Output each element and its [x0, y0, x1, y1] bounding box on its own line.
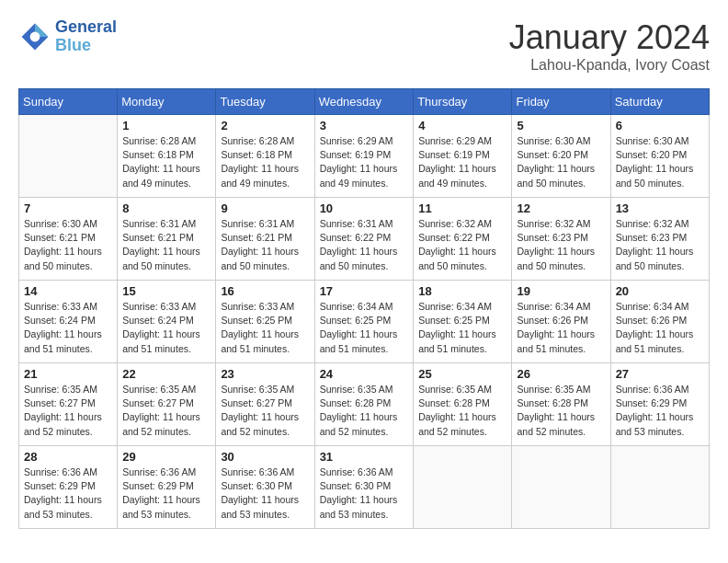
day-number: 10	[320, 201, 409, 215]
day-number: 22	[122, 367, 210, 381]
day-info: Sunrise: 6:34 AMSunset: 6:26 PMDaylight:…	[517, 300, 605, 356]
day-number: 11	[418, 201, 506, 215]
calendar-cell: 4Sunrise: 6:29 AMSunset: 6:19 PMDaylight…	[414, 115, 512, 198]
day-info: Sunrise: 6:29 AMSunset: 6:19 PMDaylight:…	[418, 134, 506, 190]
calendar-cell: 26Sunrise: 6:35 AMSunset: 6:28 PMDayligh…	[512, 363, 610, 446]
day-info: Sunrise: 6:36 AMSunset: 6:29 PMDaylight:…	[122, 465, 210, 522]
calendar-cell: 6Sunrise: 6:30 AMSunset: 6:20 PMDaylight…	[610, 115, 709, 198]
day-info: Sunrise: 6:35 AMSunset: 6:28 PMDaylight:…	[418, 383, 506, 439]
day-number: 7	[24, 201, 112, 215]
day-number: 30	[221, 450, 309, 464]
day-info: Sunrise: 6:31 AMSunset: 6:21 PMDaylight:…	[221, 217, 309, 273]
day-info: Sunrise: 6:35 AMSunset: 6:28 PMDaylight:…	[320, 383, 409, 439]
calendar-cell	[610, 446, 709, 529]
day-number: 16	[221, 284, 309, 298]
day-info: Sunrise: 6:28 AMSunset: 6:18 PMDaylight:…	[221, 134, 309, 190]
day-number: 25	[418, 367, 506, 381]
day-info: Sunrise: 6:28 AMSunset: 6:18 PMDaylight:…	[122, 134, 210, 190]
day-number: 31	[320, 450, 409, 464]
day-info: Sunrise: 6:32 AMSunset: 6:22 PMDaylight:…	[418, 217, 506, 273]
day-number: 5	[517, 119, 605, 132]
day-number: 23	[221, 367, 309, 381]
weekday-header-monday: Monday	[118, 89, 216, 115]
calendar-cell: 15Sunrise: 6:33 AMSunset: 6:24 PMDayligh…	[118, 281, 216, 363]
calendar-cell: 21Sunrise: 6:35 AMSunset: 6:27 PMDayligh…	[19, 363, 118, 446]
calendar-cell: 25Sunrise: 6:35 AMSunset: 6:28 PMDayligh…	[414, 363, 512, 446]
calendar-cell: 14Sunrise: 6:33 AMSunset: 6:24 PMDayligh…	[19, 281, 118, 363]
day-info: Sunrise: 6:35 AMSunset: 6:27 PMDaylight:…	[221, 383, 309, 439]
day-info: Sunrise: 6:36 AMSunset: 6:30 PMDaylight:…	[221, 465, 309, 522]
svg-point-2	[30, 31, 40, 41]
calendar-cell: 1Sunrise: 6:28 AMSunset: 6:18 PMDaylight…	[118, 115, 216, 198]
day-number: 4	[418, 119, 506, 132]
day-number: 21	[24, 367, 112, 381]
weekday-header-friday: Friday	[512, 89, 610, 115]
day-info: Sunrise: 6:34 AMSunset: 6:25 PMDaylight:…	[320, 300, 409, 356]
calendar-cell: 31Sunrise: 6:36 AMSunset: 6:30 PMDayligh…	[314, 446, 414, 529]
location-subtitle: Lahou-Kpanda, Ivory Coast	[509, 57, 710, 74]
day-info: Sunrise: 6:33 AMSunset: 6:25 PMDaylight:…	[221, 300, 309, 356]
day-info: Sunrise: 6:35 AMSunset: 6:28 PMDaylight:…	[517, 383, 605, 439]
title-block: January 2024 Lahou-Kpanda, Ivory Coast	[509, 18, 710, 74]
day-info: Sunrise: 6:30 AMSunset: 6:21 PMDaylight:…	[24, 217, 112, 273]
weekday-header-row: SundayMondayTuesdayWednesdayThursdayFrid…	[19, 89, 710, 115]
day-number: 6	[616, 119, 704, 132]
day-info: Sunrise: 6:35 AMSunset: 6:27 PMDaylight:…	[24, 383, 112, 439]
calendar-cell: 22Sunrise: 6:35 AMSunset: 6:27 PMDayligh…	[118, 363, 216, 446]
day-number: 27	[616, 367, 704, 381]
day-info: Sunrise: 6:32 AMSunset: 6:23 PMDaylight:…	[517, 217, 605, 273]
calendar-table: SundayMondayTuesdayWednesdayThursdayFrid…	[18, 88, 710, 529]
day-info: Sunrise: 6:31 AMSunset: 6:22 PMDaylight:…	[320, 217, 409, 273]
day-number: 9	[221, 201, 309, 215]
calendar-cell: 12Sunrise: 6:32 AMSunset: 6:23 PMDayligh…	[512, 198, 610, 281]
calendar-cell: 9Sunrise: 6:31 AMSunset: 6:21 PMDaylight…	[216, 198, 314, 281]
day-number: 15	[122, 284, 210, 298]
day-number: 12	[517, 201, 605, 215]
calendar-cell: 10Sunrise: 6:31 AMSunset: 6:22 PMDayligh…	[314, 198, 414, 281]
logo-text-line2: Blue	[55, 36, 91, 54]
day-info: Sunrise: 6:34 AMSunset: 6:26 PMDaylight:…	[616, 300, 704, 356]
day-number: 26	[517, 367, 605, 381]
calendar-cell	[414, 446, 512, 529]
day-info: Sunrise: 6:32 AMSunset: 6:23 PMDaylight:…	[616, 217, 704, 273]
calendar-cell: 3Sunrise: 6:29 AMSunset: 6:19 PMDaylight…	[314, 115, 414, 198]
day-info: Sunrise: 6:33 AMSunset: 6:24 PMDaylight:…	[122, 300, 210, 356]
calendar-cell	[512, 446, 610, 529]
day-info: Sunrise: 6:30 AMSunset: 6:20 PMDaylight:…	[616, 134, 704, 190]
day-info: Sunrise: 6:34 AMSunset: 6:25 PMDaylight:…	[418, 300, 506, 356]
day-number: 24	[320, 367, 409, 381]
day-number: 20	[616, 284, 704, 298]
weekday-header-tuesday: Tuesday	[216, 89, 314, 115]
calendar-cell: 2Sunrise: 6:28 AMSunset: 6:18 PMDaylight…	[216, 115, 314, 198]
logo: General Blue	[18, 18, 117, 55]
calendar-cell: 8Sunrise: 6:31 AMSunset: 6:21 PMDaylight…	[118, 198, 216, 281]
calendar-cell: 28Sunrise: 6:36 AMSunset: 6:29 PMDayligh…	[19, 446, 118, 529]
weekday-header-sunday: Sunday	[19, 89, 118, 115]
calendar-cell: 24Sunrise: 6:35 AMSunset: 6:28 PMDayligh…	[314, 363, 414, 446]
calendar-cell: 29Sunrise: 6:36 AMSunset: 6:29 PMDayligh…	[118, 446, 216, 529]
day-info: Sunrise: 6:36 AMSunset: 6:30 PMDaylight:…	[320, 465, 409, 522]
weekday-header-wednesday: Wednesday	[314, 89, 414, 115]
week-row-5: 28Sunrise: 6:36 AMSunset: 6:29 PMDayligh…	[19, 446, 710, 529]
calendar-cell: 23Sunrise: 6:35 AMSunset: 6:27 PMDayligh…	[216, 363, 314, 446]
day-info: Sunrise: 6:35 AMSunset: 6:27 PMDaylight:…	[122, 383, 210, 439]
day-number: 17	[320, 284, 409, 298]
week-row-2: 7Sunrise: 6:30 AMSunset: 6:21 PMDaylight…	[19, 198, 710, 281]
calendar-cell: 20Sunrise: 6:34 AMSunset: 6:26 PMDayligh…	[610, 281, 709, 363]
week-row-4: 21Sunrise: 6:35 AMSunset: 6:27 PMDayligh…	[19, 363, 710, 446]
day-info: Sunrise: 6:33 AMSunset: 6:24 PMDaylight:…	[24, 300, 112, 356]
week-row-1: 1Sunrise: 6:28 AMSunset: 6:18 PMDaylight…	[19, 115, 710, 198]
day-number: 3	[320, 119, 409, 132]
calendar-cell: 18Sunrise: 6:34 AMSunset: 6:25 PMDayligh…	[414, 281, 512, 363]
calendar-cell: 11Sunrise: 6:32 AMSunset: 6:22 PMDayligh…	[414, 198, 512, 281]
day-number: 28	[24, 450, 112, 464]
calendar-cell: 5Sunrise: 6:30 AMSunset: 6:20 PMDaylight…	[512, 115, 610, 198]
week-row-3: 14Sunrise: 6:33 AMSunset: 6:24 PMDayligh…	[19, 281, 710, 363]
calendar-cell	[19, 115, 118, 198]
calendar-cell: 30Sunrise: 6:36 AMSunset: 6:30 PMDayligh…	[216, 446, 314, 529]
day-number: 19	[517, 284, 605, 298]
month-title: January 2024	[509, 18, 710, 57]
day-info: Sunrise: 6:29 AMSunset: 6:19 PMDaylight:…	[320, 134, 409, 190]
day-info: Sunrise: 6:31 AMSunset: 6:21 PMDaylight:…	[122, 217, 210, 273]
day-number: 13	[616, 201, 704, 215]
